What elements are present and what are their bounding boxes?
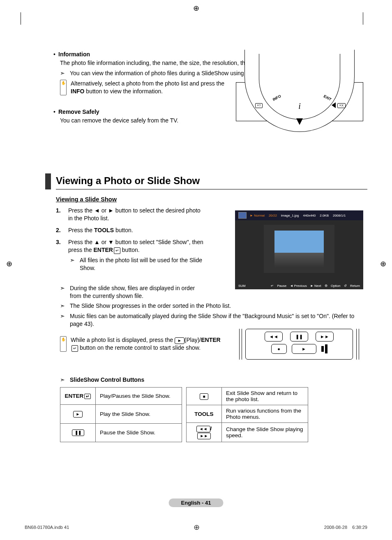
step-number: 1. [56,207,64,222]
thumbnail-icon [238,212,247,219]
rewind-button-icon: ◄◄ [265,332,283,342]
section-title: Viewing a Photo or Slide Show [56,175,367,187]
arrow-icon: ➣ [60,284,66,300]
screen-controls: ↵ Pause ◄ Previous ► Next ⚙ Option ↺ Ret… [268,284,360,288]
screen-sum-label: SUM [238,284,246,288]
step-number: 3. [56,238,64,254]
bullet-icon: • [53,51,56,58]
cell-tools-desc: Run various functions from the Photo men… [222,405,308,423]
play-icon: ► [73,411,83,418]
remove-safely-heading: Remove Safely [58,108,99,115]
control-buttons-table: ENTER↵ Play/Pauses the Slide Show. ► Pla… [60,387,367,442]
enter-icon: ↵ [114,247,120,254]
doc-footer-left: BN68-01780A.indb 41 [25,525,69,530]
hand-note-icon: ✋ [60,80,67,95]
bullet-icon: • [53,108,56,115]
information-heading: Information [58,51,90,58]
cell-stop-desc: Exit Slide Show and return to the photo … [222,388,308,405]
cell-speed-key: ◄◄/►► [187,423,222,442]
enter-icon: ↵ [71,345,78,352]
arrow-down-icon [296,118,303,125]
remote-exit-triangle-icon [332,102,336,108]
subsection-title: Viewing a Slide Show [56,196,367,203]
cell-play-desc: Play the Slide Show. [96,405,182,423]
arrow-icon: ➣ [60,302,66,310]
info-i-icon: i [298,102,301,111]
crop-line [21,12,21,25]
cell-pause-desc: Pause the Slide Show. [96,423,182,442]
step-number: 2. [56,226,64,234]
arrow-note-1: During the slide show, files are display… [70,284,208,300]
stop-icon: ■ [200,393,208,400]
arrow-icon: ➣ [70,256,76,272]
cell-tools-key: TOOLS [187,405,222,423]
registration-mark-icon: ⊕ [379,260,387,268]
arrow-icon: ➣ [60,376,66,383]
cell-pause-key: ❚❚ [60,423,96,442]
registration-mark-icon: ⊕ [5,260,13,268]
step-2-text: Press the TOOLS button. [68,226,133,234]
step-3-text: Press the ▲ or ▼ button to select "Slide… [68,238,204,254]
arrow-icon: ➣ [60,69,66,77]
screen-photo-area [264,225,334,273]
step-3-subnote: All files in the photo list will be used… [80,256,210,272]
registration-mark-icon: ⊕ [192,4,200,12]
tv-screen-figure: ► Normal 20/22 image_1.jpg 440x440 2.0KB… [235,210,363,289]
pause-icon: ❚❚ [72,429,84,436]
registration-mark-icon: ⊕ [194,523,200,532]
remote-small-button-left: ≡? [255,103,263,108]
remote-playback-figure: ◄◄ ❚❚ ►► ● ► [235,329,363,360]
play-button-icon: ► [292,344,316,354]
record-button-icon: ● [271,344,287,354]
fast-forward-icon: ►► [197,433,211,439]
pause-button-icon: ❚❚ [290,332,308,342]
step-1-text: Press the ◄ or ► button to select the de… [68,207,204,222]
rewind-icon: ◄◄ [196,426,210,432]
fast-forward-button-icon: ►► [316,332,334,342]
screen-meta: ► Normal 20/22 image_1.jpg 440x440 2.0KB… [250,214,360,217]
screen-photo [274,231,324,268]
arrow-note-3: Music files can be automatically played … [70,312,367,328]
cell-play-key: ► [60,405,96,423]
section-bar-icon [45,173,51,189]
play-note: While a photo list is displayed, press t… [71,336,227,352]
cell-stop-key: ■ [187,388,222,405]
cell-enter-desc: Play/Pauses the Slide Show. [96,388,182,405]
arrow-note-2: The Slide Show progresses in the order s… [70,302,231,310]
cell-speed-desc: Change the Slide Show playing speed. [222,423,308,442]
arrow-icon: ➣ [60,312,66,328]
stop-bars-icon [321,344,327,353]
doc-footer-right: 2008-08-28 6:38:29 [324,525,367,530]
enter-icon: ↵ [84,394,91,399]
crop-line [363,12,363,25]
remote-info-figure: INFO EXIT i ≡? ≡X [236,82,363,121]
play-icon: ► [175,337,184,344]
control-buttons-heading: SlideShow Control Buttons [70,376,144,383]
cell-enter-key: ENTER↵ [60,388,96,405]
page-footer: English - 41 [169,498,224,507]
hand-note-icon: ✋ [60,336,67,352]
information-box-note: Alternatively, select a photo from the p… [71,80,227,95]
remote-small-button-right: ≡X [337,103,346,108]
